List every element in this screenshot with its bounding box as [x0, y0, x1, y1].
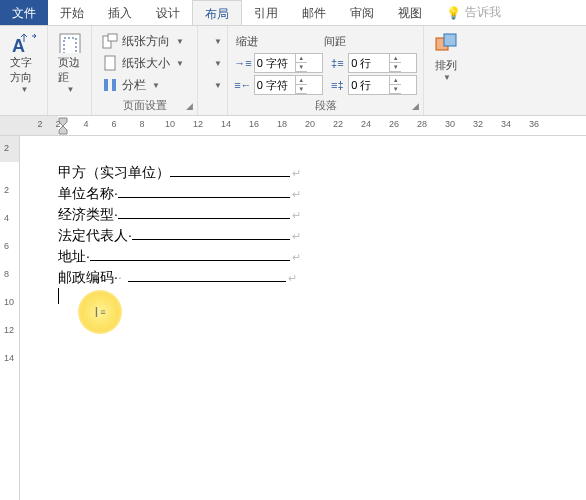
ruler-tick: 16	[249, 119, 259, 129]
ribbon: A 文字方向 ▼ 页边距 ▼ 纸张方向 ▼ 纸张大小 ▼ 分栏 ▼ 页面设置 ◢	[0, 26, 586, 116]
lines-icon: ≡	[100, 307, 105, 317]
group-page-setup: 纸张方向 ▼ 纸张大小 ▼ 分栏 ▼ 页面设置 ◢	[92, 26, 198, 115]
tab-layout[interactable]: 布局	[192, 0, 242, 25]
ruler-tick: 2	[55, 119, 60, 129]
text: 法定代表人	[58, 227, 128, 243]
spin-up[interactable]: ▲	[296, 76, 307, 85]
doc-line[interactable]: 邮政编码··↵	[58, 267, 301, 288]
ruler-tick: 28	[417, 119, 427, 129]
ruler-tick: 24	[361, 119, 371, 129]
paragraph-mark-icon: ↵	[292, 167, 301, 179]
size-label: 纸张大小	[122, 55, 170, 72]
spin-down[interactable]: ▼	[390, 85, 401, 94]
text-direction-button[interactable]: A 文字方向 ▼	[6, 30, 41, 96]
tab-review[interactable]: 审阅	[338, 0, 386, 25]
margins-button[interactable]: 页边距 ▼	[54, 30, 85, 96]
dialog-launcher-pagesetup[interactable]: ◢	[183, 101, 195, 113]
ruler-tick: 6	[4, 241, 9, 251]
underline-field[interactable]	[170, 162, 290, 177]
columns-icon	[102, 77, 118, 93]
menu-tabs: 文件 开始 插入 设计 布局 引用 邮件 审阅 视图 💡 告诉我	[0, 0, 586, 26]
spin-down[interactable]: ▼	[390, 63, 401, 72]
group-label-pagesetup: 页面设置	[92, 98, 197, 113]
underline-field[interactable]	[90, 246, 290, 261]
cursor-highlight: I≡	[78, 290, 122, 334]
ruler-tick: 4	[83, 119, 88, 129]
space-after-input[interactable]: ▲▼	[348, 75, 417, 95]
underline-field[interactable]	[118, 183, 290, 198]
underline-field[interactable]	[132, 225, 290, 240]
hyphenation-button[interactable]: bc-▼	[204, 74, 221, 96]
group-textdir: A 文字方向 ▼	[0, 26, 48, 115]
tab-home[interactable]: 开始	[48, 0, 96, 25]
paragraph-mark-icon: ↵	[292, 188, 301, 200]
spin-down[interactable]: ▼	[296, 63, 307, 72]
space-before-input[interactable]: ▲▼	[348, 53, 417, 73]
spin-up[interactable]: ▲	[296, 54, 307, 63]
size-icon	[102, 55, 118, 71]
spin-down[interactable]: ▼	[296, 85, 307, 94]
tab-view[interactable]: 视图	[386, 0, 434, 25]
indent-left-input[interactable]: ▲▼	[254, 53, 323, 73]
paragraph-mark-icon: ↵	[292, 251, 301, 263]
ruler-tick: 8	[139, 119, 144, 129]
ibeam-icon: I	[94, 304, 98, 320]
spin-up[interactable]: ▲	[390, 54, 401, 63]
breaks-button[interactable]: ▼	[204, 30, 221, 52]
tab-design[interactable]: 设计	[144, 0, 192, 25]
arrange-label: 排列	[435, 58, 457, 73]
indent-label: 缩进	[234, 32, 320, 51]
horizontal-ruler[interactable]: 224681012141618202224262830323436	[0, 116, 586, 136]
doc-line[interactable]: 甲方（实习单位）↵	[58, 162, 301, 183]
svg-rect-17	[444, 34, 456, 46]
underline-field[interactable]	[128, 267, 286, 282]
tab-references[interactable]: 引用	[242, 0, 290, 25]
tab-insert[interactable]: 插入	[96, 0, 144, 25]
orientation-label: 纸张方向	[122, 33, 170, 50]
tab-tellme[interactable]: 💡 告诉我	[434, 0, 513, 25]
vertical-ruler[interactable]: 22468101214	[0, 136, 20, 500]
dialog-launcher-paragraph[interactable]: ◢	[409, 101, 421, 113]
group-label-paragraph: 段落	[228, 98, 423, 113]
text-direction-label: 文字方向	[10, 55, 37, 85]
tab-mailings[interactable]: 邮件	[290, 0, 338, 25]
ruler-tick: 14	[221, 119, 231, 129]
text-direction-icon: A	[10, 32, 38, 53]
ruler-tick: 30	[445, 119, 455, 129]
bulb-icon: 💡	[446, 6, 461, 20]
columns-label: 分栏	[122, 77, 146, 94]
line-numbers-button[interactable]: 12▼	[204, 52, 221, 74]
ruler-tick: 36	[529, 119, 539, 129]
arrange-button[interactable]: 排列 ▼	[430, 30, 462, 96]
indent-right-icon: ≡←	[234, 79, 252, 91]
columns-button[interactable]: 分栏 ▼	[98, 74, 191, 96]
chevron-down-icon: ▼	[21, 85, 29, 94]
document-content[interactable]: 甲方（实习单位）↵ 单位名称·↵ 经济类型·↵ 法定代表人·↵ 地址·↵ 邮政编…	[58, 162, 301, 309]
text: 邮政编码	[58, 269, 114, 285]
doc-line[interactable]: 法定代表人·↵	[58, 225, 301, 246]
orientation-button[interactable]: 纸张方向 ▼	[98, 30, 191, 52]
svg-rect-6	[104, 79, 108, 91]
doc-line[interactable]: 单位名称·↵	[58, 183, 301, 204]
ruler-tick: 10	[4, 297, 14, 307]
paragraph-mark-icon: ↵	[288, 272, 297, 284]
doc-line[interactable]: 经济类型·↵	[58, 204, 301, 225]
space-after-icon: ≡‡	[329, 79, 347, 91]
underline-field[interactable]	[118, 204, 290, 219]
size-button[interactable]: 纸张大小 ▼	[98, 52, 191, 74]
ruler-tick: 14	[4, 353, 14, 363]
chevron-down-icon: ▼	[67, 85, 75, 94]
chevron-down-icon: ▼	[214, 59, 222, 68]
tab-file[interactable]: 文件	[0, 0, 48, 25]
chevron-down-icon: ▼	[214, 81, 222, 90]
spin-up[interactable]: ▲	[390, 76, 401, 85]
svg-rect-7	[112, 79, 116, 91]
ruler-tick: 12	[4, 325, 14, 335]
text: 经济类型	[58, 206, 114, 222]
doc-line[interactable]: 地址·↵	[58, 246, 301, 267]
indent-right-input[interactable]: ▲▼	[254, 75, 323, 95]
ruler-margin-left	[0, 116, 58, 135]
ruler-margin-top	[0, 136, 19, 162]
paragraph-mark-icon: ↵	[292, 209, 301, 221]
paragraph-mark-icon: ↵	[292, 230, 301, 242]
